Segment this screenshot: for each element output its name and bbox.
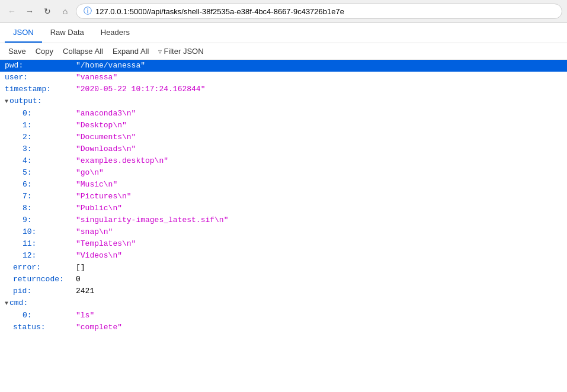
- status-key: status:: [5, 322, 76, 333]
- json-row-output-11: 11: "Templates\n": [0, 238, 567, 250]
- output-index-2: 2:: [5, 131, 76, 143]
- user-key: user:: [5, 72, 76, 83]
- json-row-status: status: "complete": [0, 322, 567, 333]
- cmd-key: cmd:: [9, 297, 81, 309]
- url-host: 127.0.0.1: [95, 7, 127, 16]
- output-value-6: "Music\n": [76, 179, 117, 191]
- url-path: //api/tasks/shell-38f2535a-e38f-4bc4-866…: [147, 7, 344, 16]
- output-value-7: "Pictures\n": [76, 191, 132, 203]
- returncode-value: 0: [76, 274, 81, 285]
- save-button[interactable]: Save: [5, 46, 30, 57]
- output-value-0: "anaconda3\n": [76, 108, 136, 120]
- json-row-output-6: 6: "Music\n": [0, 179, 567, 191]
- output-value-3: "Downloads\n": [76, 143, 136, 155]
- json-row-output-3: 3: "Downloads\n": [0, 143, 567, 155]
- timestamp-key: timestamp:: [5, 83, 76, 95]
- output-index-0: 0:: [5, 108, 76, 120]
- pid-value: 2421: [76, 285, 94, 297]
- json-row-output-0: 0: "anaconda3\n": [0, 108, 567, 120]
- output-index-6: 6:: [5, 179, 76, 191]
- user-value: "vanessa": [76, 72, 117, 83]
- json-row-output-12: 12: "Videos\n": [0, 250, 567, 262]
- forward-button[interactable]: →: [23, 4, 37, 18]
- json-content: pwd: "/home/vanessa" user: "vanessa" tim…: [0, 60, 567, 333]
- output-index-9: 9:: [5, 214, 76, 226]
- pid-key: pid:: [5, 285, 76, 297]
- home-button[interactable]: ⌂: [58, 4, 72, 18]
- filter-label: Filter JSON: [164, 47, 203, 56]
- output-index-3: 3:: [5, 143, 76, 155]
- collapse-all-button[interactable]: Collapse All: [59, 46, 107, 57]
- toolbar: Save Copy Collapse All Expand All ▿ Filt…: [0, 43, 567, 60]
- json-row-output: ▼ output:: [0, 95, 567, 108]
- filter-json-button[interactable]: ▿ Filter JSON: [155, 46, 207, 57]
- output-value-8: "Public\n": [76, 203, 122, 214]
- pwd-key: pwd:: [5, 60, 76, 72]
- json-row-returncode: returncode: 0: [0, 274, 567, 285]
- output-index-12: 12:: [5, 250, 76, 262]
- json-row-error: error: []: [0, 262, 567, 274]
- tab-raw-data[interactable]: Raw Data: [42, 23, 92, 43]
- output-key: output:: [9, 95, 81, 107]
- tab-json[interactable]: JSON: [5, 23, 42, 43]
- pwd-value: "/home/vanessa": [76, 60, 145, 72]
- cmd-collapse-arrow[interactable]: ▼: [5, 298, 8, 310]
- output-value-10: "snap\n": [76, 226, 113, 238]
- status-value: "complete": [76, 322, 122, 333]
- address-bar[interactable]: ⓘ 127.0.0.1:5000//api/tasks/shell-38f253…: [76, 4, 562, 19]
- error-key: error:: [5, 262, 76, 274]
- output-value-12: "Videos\n": [76, 250, 122, 262]
- json-row-output-2: 2: "Documents\n": [0, 131, 567, 143]
- copy-button[interactable]: Copy: [32, 46, 57, 57]
- output-value-5: "go\n": [76, 167, 104, 179]
- json-row-output-9: 9: "singularity-images_latest.sif\n": [0, 214, 567, 226]
- json-row-output-7: 7: "Pictures\n": [0, 191, 567, 203]
- browser-chrome: ← → ↻ ⌂ ⓘ 127.0.0.1:5000//api/tasks/shel…: [0, 0, 567, 23]
- output-index-1: 1:: [5, 120, 76, 131]
- json-row-output-1: 1: "Desktop\n": [0, 120, 567, 131]
- json-row-output-8: 8: "Public\n": [0, 203, 567, 214]
- nav-bar: ← → ↻ ⌂ ⓘ 127.0.0.1:5000//api/tasks/shel…: [0, 0, 567, 23]
- json-row-user: user: "vanessa": [0, 72, 567, 83]
- json-row-cmd: ▼ cmd:: [0, 297, 567, 310]
- json-row-pwd: pwd: "/home/vanessa": [0, 60, 567, 72]
- output-items: 0: "anaconda3\n" 1: "Desktop\n" 2: "Docu…: [0, 108, 567, 262]
- filter-icon: ▿: [158, 47, 162, 56]
- expand-all-button[interactable]: Expand All: [109, 46, 152, 57]
- info-icon: ⓘ: [84, 6, 92, 17]
- back-button[interactable]: ←: [5, 4, 19, 18]
- output-index-11: 11:: [5, 238, 76, 250]
- cmd-items: 0: "ls": [0, 310, 567, 322]
- cmd-index-0: 0:: [5, 310, 76, 322]
- output-value-9: "singularity-images_latest.sif\n": [76, 214, 228, 226]
- tabs-row: JSON Raw Data Headers: [0, 23, 567, 43]
- tab-headers[interactable]: Headers: [92, 23, 138, 43]
- json-row-pid: pid: 2421: [0, 285, 567, 297]
- address-text: 127.0.0.1:5000//api/tasks/shell-38f2535a…: [95, 7, 344, 16]
- output-value-4: "examples.desktop\n": [76, 155, 168, 167]
- output-value-2: "Documents\n": [76, 131, 136, 143]
- json-row-timestamp: timestamp: "2020-05-22 10:17:24.162844": [0, 83, 567, 95]
- json-row-output-4: 4: "examples.desktop\n": [0, 155, 567, 167]
- cmd-value-0: "ls": [76, 310, 94, 322]
- output-value-11: "Templates\n": [76, 238, 136, 250]
- json-row-cmd-0: 0: "ls": [0, 310, 567, 322]
- returncode-key: returncode:: [5, 274, 76, 285]
- url-port: :5000: [127, 7, 147, 16]
- output-index-8: 8:: [5, 203, 76, 214]
- error-value: []: [76, 262, 85, 274]
- output-index-10: 10:: [5, 226, 76, 238]
- refresh-button[interactable]: ↻: [40, 4, 55, 18]
- timestamp-value: "2020-05-22 10:17:24.162844": [76, 83, 205, 95]
- output-index-5: 5:: [5, 167, 76, 179]
- output-index-4: 4:: [5, 155, 76, 167]
- output-value-1: "Desktop\n": [76, 120, 127, 131]
- json-row-output-10: 10: "snap\n": [0, 226, 567, 238]
- json-row-output-5: 5: "go\n": [0, 167, 567, 179]
- output-index-7: 7:: [5, 191, 76, 203]
- output-collapse-arrow[interactable]: ▼: [5, 96, 8, 108]
